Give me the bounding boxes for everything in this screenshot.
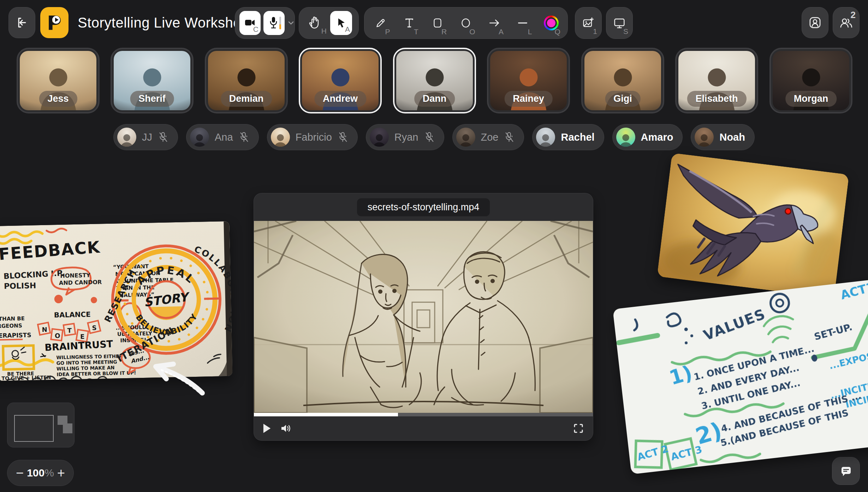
audience-pill[interactable]: Fabricio [267, 124, 358, 150]
app-window: P Storytelling Live Workshop C [0, 0, 868, 492]
svg-text:AND CANDOR: AND CANDOR [59, 279, 102, 286]
story-spine-card[interactable]: VALUES SET-UP. ACT1 1) 2) [613, 277, 868, 474]
minimap-viewport [14, 415, 53, 441]
audience-pill[interactable]: Ana [186, 124, 259, 150]
play-button[interactable] [263, 424, 271, 433]
hand-icon [308, 16, 321, 30]
line-shortcut: L [528, 28, 532, 36]
participant-name: Andrew [314, 91, 366, 107]
rectangle-tool-button[interactable]: R [423, 7, 452, 39]
participant-tile[interactable]: Jess [17, 48, 100, 113]
svg-text:HONESTY: HONESTY [60, 272, 90, 279]
fullscreen-button[interactable] [573, 423, 584, 434]
people-count-badge: 2 [851, 10, 856, 20]
screen-share-button[interactable]: S [606, 7, 633, 39]
hand-tool-button[interactable]: H [299, 7, 330, 39]
app-logo[interactable]: P [40, 7, 69, 38]
mic-off-icon [239, 131, 249, 143]
minimap[interactable] [7, 403, 75, 447]
avatar [536, 128, 555, 147]
avatar [117, 128, 136, 147]
text-shortcut: T [414, 28, 418, 36]
participant-tile[interactable]: Elisabeth [675, 48, 758, 113]
people-button[interactable]: 2 [833, 7, 860, 38]
back-icon [15, 16, 29, 30]
contacts-button[interactable] [802, 7, 828, 38]
screen-share-shortcut: S [623, 27, 628, 36]
audience-pill[interactable]: JJ [113, 124, 178, 150]
avatar [370, 128, 389, 147]
raven-illustration [657, 153, 849, 298]
chat-icon [839, 465, 853, 478]
line-icon [516, 17, 529, 29]
zoom-controls: − 100% + [7, 460, 74, 486]
participant-name: Rainey [504, 91, 553, 107]
select-shortcut: A [345, 25, 350, 34]
audience-name: Zoe [481, 131, 499, 143]
participant-tile[interactable]: Gigi [581, 48, 664, 113]
video-frame[interactable] [254, 221, 593, 413]
audience-name: JJ [142, 131, 152, 143]
hand-shortcut: H [321, 27, 327, 35]
video-progress-bar[interactable] [254, 413, 593, 416]
media-controls-group: C [235, 7, 295, 39]
raven-image-card[interactable] [657, 153, 849, 298]
pen-tool-button[interactable]: P [367, 7, 395, 39]
svg-text:THERAPISTS: THERAPISTS [0, 332, 31, 339]
audience-pill[interactable]: Rachel [532, 124, 604, 150]
camera-toggle-button[interactable]: C [239, 11, 261, 35]
mic-toggle-button[interactable] [263, 11, 285, 35]
film-vignette [254, 221, 593, 413]
participant-tile[interactable]: Demian [205, 48, 288, 113]
add-image-button[interactable]: 1 [575, 7, 602, 39]
line-tool-button[interactable]: L [509, 7, 537, 39]
arrow-shortcut: A [499, 28, 504, 36]
mic-off-icon [158, 131, 168, 143]
avatar [271, 128, 290, 147]
audience-name: Ana [215, 131, 233, 143]
participant-name: Gigi [605, 91, 641, 107]
audience-row: JJ Ana Fabricio Ryan Zoe Rachel Amaro No… [0, 124, 868, 150]
audience-name: Rachel [561, 131, 594, 143]
svg-text:T: T [67, 327, 72, 334]
audience-name: Fabricio [296, 131, 332, 143]
avatar [695, 128, 714, 147]
navigation-tools-group: H A [299, 7, 359, 39]
zoom-in-button[interactable]: + [57, 466, 65, 480]
participant-tile[interactable]: Sherif [111, 48, 194, 113]
chat-button[interactable] [832, 457, 860, 485]
pen-shortcut: P [385, 28, 390, 36]
participant-tile[interactable]: Rainey [487, 48, 570, 113]
color-picker-button[interactable]: Q [537, 7, 565, 39]
drawing-tools-group: P T R O A [364, 7, 568, 39]
audience-name: Noah [719, 131, 745, 143]
text-tool-button[interactable]: T [395, 7, 423, 39]
audience-pill[interactable]: Ryan [366, 124, 444, 150]
select-tool-button[interactable]: A [330, 11, 352, 35]
svg-text:SURGEONS: SURGEONS [0, 322, 22, 329]
audience-pill[interactable]: Noah [691, 124, 755, 150]
video-controls [254, 416, 593, 440]
add-image-shortcut: 1 [593, 27, 597, 36]
participant-tile[interactable]: Dann [393, 48, 476, 113]
back-button[interactable] [8, 7, 35, 38]
minimap-content [7, 403, 74, 447]
zoom-out-button[interactable]: − [16, 466, 24, 480]
avatar [616, 128, 635, 147]
contact-card-icon [808, 16, 822, 30]
arrow-tool-button[interactable]: A [480, 7, 509, 39]
svg-text:ER THAN BE: ER THAN BE [0, 315, 25, 322]
video-player-card[interactable]: secrets-of-storytelling.mp4 [254, 193, 593, 440]
participant-tile[interactable]: Morgan [769, 48, 852, 113]
audience-pill[interactable]: Zoe [452, 124, 524, 150]
ellipse-tool-button[interactable]: O [452, 7, 480, 39]
mic-off-icon [338, 131, 348, 143]
white-arrow-annotation[interactable] [139, 353, 214, 403]
zoom-percent-sign: % [44, 467, 54, 479]
participant-tile[interactable]: Andrew [299, 48, 382, 113]
participant-name: Dann [414, 91, 455, 107]
chevron-down-icon[interactable] [287, 20, 295, 25]
svg-text:N: N [42, 326, 47, 333]
audience-pill[interactable]: Amaro [612, 124, 683, 150]
volume-button[interactable] [280, 423, 291, 433]
